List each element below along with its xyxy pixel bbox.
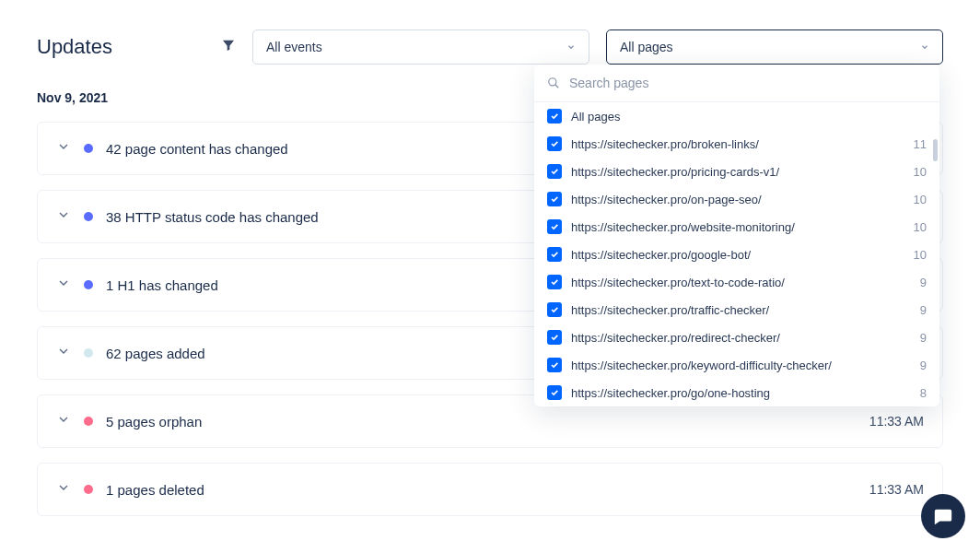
- option-label: https://sitechecker.pro/redirect-checker…: [571, 331, 911, 345]
- option-count: 9: [920, 303, 927, 317]
- option-count: 10: [914, 220, 927, 234]
- option-count: 8: [920, 386, 927, 400]
- option-list[interactable]: All pageshttps://sitechecker.pro/broken-…: [534, 102, 939, 406]
- status-dot: [84, 417, 93, 426]
- option-label: https://sitechecker.pro/keyword-difficul…: [571, 359, 911, 372]
- checkbox[interactable]: [547, 164, 562, 179]
- page-title: Updates: [37, 35, 112, 59]
- option-count: 10: [914, 193, 927, 206]
- option-row[interactable]: https://sitechecker.pro/text-to-code-rat…: [534, 268, 939, 296]
- checkbox[interactable]: [547, 192, 562, 206]
- search-row: [534, 65, 939, 102]
- option-label: https://sitechecker.pro/go/one-hosting: [571, 386, 911, 400]
- checkbox[interactable]: [547, 302, 562, 317]
- option-row[interactable]: https://sitechecker.pro/traffic-checker/…: [534, 296, 939, 324]
- search-input[interactable]: [569, 76, 927, 90]
- option-row[interactable]: https://sitechecker.pro/go/one-hosting8: [534, 379, 939, 406]
- status-dot: [84, 485, 93, 494]
- checkbox[interactable]: [547, 330, 562, 345]
- status-dot: [84, 212, 93, 221]
- chat-button[interactable]: [921, 494, 965, 538]
- option-row[interactable]: https://sitechecker.pro/redirect-checker…: [534, 324, 939, 351]
- option-label: https://sitechecker.pro/google-bot/: [571, 248, 904, 262]
- option-label: All pages: [571, 110, 927, 124]
- option-row[interactable]: https://sitechecker.pro/website-monitori…: [534, 213, 939, 241]
- checkbox[interactable]: [547, 385, 562, 400]
- option-count: 10: [914, 165, 927, 179]
- pages-dropdown-label: All pages: [620, 40, 673, 54]
- pages-dropdown[interactable]: All pages: [606, 29, 943, 65]
- option-label: https://sitechecker.pro/on-page-seo/: [571, 193, 904, 206]
- status-dot: [84, 144, 93, 153]
- chat-icon: [933, 506, 953, 526]
- checkbox[interactable]: [547, 109, 562, 124]
- chevron-down-icon[interactable]: [56, 344, 71, 362]
- chevron-down-icon[interactable]: [56, 480, 71, 499]
- option-row[interactable]: https://sitechecker.pro/broken-links/11: [534, 130, 939, 158]
- chevron-down-icon[interactable]: [56, 207, 71, 226]
- option-label: https://sitechecker.pro/pricing-cards-v1…: [571, 165, 904, 179]
- option-count: 11: [914, 137, 927, 151]
- search-icon: [547, 76, 560, 89]
- checkbox[interactable]: [547, 136, 562, 151]
- filter-icon[interactable]: [221, 38, 236, 56]
- scrollbar-indicator[interactable]: [933, 139, 938, 161]
- option-count: 9: [920, 359, 927, 372]
- status-dot: [84, 280, 93, 289]
- chevron-down-icon[interactable]: [56, 139, 71, 158]
- events-dropdown[interactable]: All events: [252, 29, 589, 65]
- chevron-down-icon[interactable]: [56, 276, 71, 294]
- event-text: 5 pages orphan: [106, 414, 857, 429]
- option-row[interactable]: https://sitechecker.pro/google-bot/10: [534, 241, 939, 268]
- checkbox[interactable]: [547, 358, 562, 372]
- option-row[interactable]: https://sitechecker.pro/keyword-difficul…: [534, 351, 939, 379]
- event-text: 1 pages deleted: [106, 482, 857, 498]
- option-row[interactable]: https://sitechecker.pro/on-page-seo/10: [534, 185, 939, 213]
- events-dropdown-label: All events: [266, 40, 322, 54]
- option-label: https://sitechecker.pro/traffic-checker/: [571, 303, 911, 317]
- checkbox[interactable]: [547, 247, 562, 262]
- option-count: 9: [920, 331, 927, 345]
- option-row[interactable]: https://sitechecker.pro/pricing-cards-v1…: [534, 158, 939, 185]
- option-row[interactable]: All pages: [534, 102, 939, 130]
- event-time: 11:33 AM: [869, 482, 924, 497]
- option-label: https://sitechecker.pro/text-to-code-rat…: [571, 276, 911, 289]
- option-count: 9: [920, 276, 927, 289]
- pages-dropdown-panel: All pageshttps://sitechecker.pro/broken-…: [534, 65, 939, 406]
- event-time: 11:33 AM: [869, 414, 924, 429]
- header-row: Updates All events All pages: [37, 29, 943, 65]
- checkbox[interactable]: [547, 275, 562, 289]
- event-card[interactable]: 1 pages deleted11:33 AM: [37, 463, 943, 516]
- chevron-down-icon[interactable]: [56, 412, 71, 430]
- checkbox[interactable]: [547, 219, 562, 234]
- status-dot: [84, 348, 93, 358]
- option-label: https://sitechecker.pro/website-monitori…: [571, 220, 904, 234]
- chevron-down-icon: [920, 42, 929, 52]
- option-label: https://sitechecker.pro/broken-links/: [571, 137, 904, 151]
- option-count: 10: [914, 248, 927, 262]
- svg-point-0: [549, 78, 556, 86]
- chevron-down-icon: [566, 42, 576, 52]
